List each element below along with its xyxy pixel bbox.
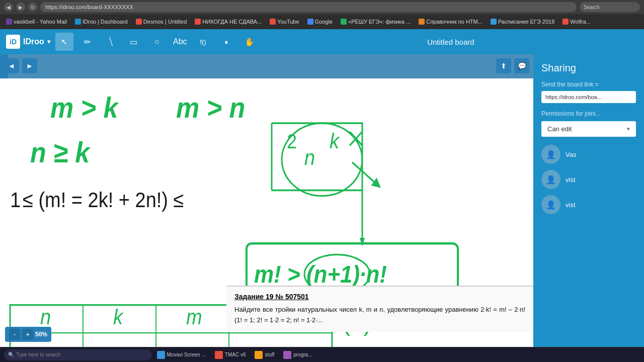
tmac-icon (215, 351, 223, 359)
rectangle-icon: ▭ (130, 37, 137, 47)
bookmark-desmos[interactable]: Desmos | Untitled (133, 18, 190, 26)
bookmark-reshu[interactable]: «РЕШУ ЕГЭ»: физика ... (338, 18, 414, 26)
tool-hand[interactable]: ✋ (240, 33, 259, 51)
can-edit-button[interactable]: Can edit ▾ (541, 121, 636, 137)
svg-text:1: 1 (10, 188, 21, 212)
tool-rectangle[interactable]: ▭ (125, 33, 143, 51)
avatar-icon: 👤 (546, 150, 556, 159)
bookmark-google[interactable]: Google (304, 18, 336, 26)
user-name-vist2: vist (566, 201, 576, 209)
bookmark-html[interactable]: Справочник по HTM... (416, 18, 486, 26)
avatar-icon: 👤 (546, 200, 556, 210)
bookmark-icon-ege (491, 19, 497, 25)
svg-text:k: k (330, 129, 340, 153)
sharing-link-url[interactable]: https://idroo.com/boa... (541, 91, 636, 103)
zoom-level: 50% (35, 331, 47, 338)
sharing-link-label: Send the board link = (541, 81, 636, 88)
user-item-vas: 👤 Vas (541, 145, 636, 164)
browser-search[interactable]: Search (580, 2, 640, 12)
zoom-controls: - + 50% (5, 327, 51, 342)
line-icon: ╱ (106, 38, 115, 46)
canvas-container[interactable]: ◄ ► ⬆ 💬 m > k m > n n ≥ k (0, 54, 533, 347)
collapse-icon: ◄ (8, 62, 15, 70)
user-avatar-vist1: 👤 (541, 170, 560, 189)
svg-text:2n!=y: 2n!=y (25, 346, 67, 347)
forward-button[interactable]: ▶ (16, 3, 25, 12)
bookmark-icon-google (307, 19, 313, 25)
bookmark-icon-idroo (75, 19, 81, 25)
svg-text:m! > (n+1)·n!: m! > (n+1)·n! (254, 260, 387, 288)
user-name-vas: Vas (566, 151, 576, 158)
share-icon: ⬆ (501, 62, 507, 70)
logo-dropdown-icon[interactable]: ▾ (47, 38, 50, 45)
svg-marker-16 (360, 238, 365, 246)
user-avatar-vas: 👤 (541, 145, 560, 164)
user-item-vist1: 👤 vist (541, 170, 636, 189)
tool-formula[interactable]: f() (194, 33, 212, 51)
pen-icon: ✏ (84, 37, 91, 47)
zoom-out-button[interactable]: - (9, 329, 20, 340)
svg-text:≤ (m! = 2k! + 2n!) ≤: ≤ (m! = 2k! + 2n!) ≤ (23, 188, 184, 212)
bookmark-icon-wolfram (562, 19, 569, 25)
can-edit-label: Can edit (547, 125, 572, 133)
chat-button[interactable]: 💬 (514, 58, 529, 73)
sharing-panel: Sharing Send the board link = https://id… (533, 54, 644, 347)
bookmarks-bar: vasikbell - Yahoo Mail IDroo | Dashboard… (0, 14, 644, 29)
bookmark-icon-yahoo (6, 19, 12, 25)
bookmark-idroo[interactable]: IDroo | Dashboard (72, 18, 131, 26)
bookmark-nikogda[interactable]: НИКОГДА НЕ СДАВА... (192, 18, 265, 26)
svg-text:m > n: m > n (176, 91, 245, 124)
user-name-vist1: vist (566, 176, 576, 184)
dropdown-arrow-icon: ▾ (627, 126, 630, 132)
permissions-label: Permissions for joini... (541, 110, 636, 117)
back-button[interactable]: ◀ (4, 3, 13, 12)
expand-icon: ► (26, 62, 33, 70)
tool-pen[interactable]: ✏ (78, 33, 97, 51)
tool-line[interactable]: ╱ (102, 33, 120, 51)
tool-select[interactable]: ↖ (55, 33, 73, 51)
svg-text:2: 2 (287, 130, 297, 152)
canvas-top-right: ⬆ 💬 (492, 54, 533, 77)
avatar-icon: 👤 (546, 175, 556, 185)
svg-text:k: k (113, 306, 124, 329)
idroo-logo: iD (6, 35, 20, 49)
progra-icon (283, 351, 291, 359)
ellipse-icon: ○ (154, 37, 159, 46)
bookmark-icon-reshu (341, 19, 347, 25)
bookmark-yahoo[interactable]: vasikbell - Yahoo Mail (3, 18, 70, 26)
tool-eraser[interactable]: ⬧ (217, 33, 235, 51)
expand-button[interactable]: ► (22, 58, 37, 73)
svg-text:m: m (186, 306, 202, 329)
taskbar-tmac[interactable]: TMAC v6 (211, 348, 250, 361)
tool-ellipse[interactable]: ○ (148, 33, 166, 51)
math-problem-text: Найдите все тройки натуральных чисел k, … (234, 305, 525, 326)
svg-text:n: n (40, 306, 51, 329)
bookmark-youtube[interactable]: YouTube (267, 18, 302, 26)
chat-icon: 💬 (518, 62, 526, 70)
taskbar-stuff[interactable]: stuff (251, 348, 278, 361)
user-avatar-vist2: 👤 (541, 195, 560, 214)
bookmark-icon-html (419, 19, 425, 25)
taskbar-movavi[interactable]: Movavi Screen ... (153, 348, 210, 361)
svg-line-12 (352, 162, 377, 185)
address-bar[interactable]: https://idroo.com/board-XXXXXXXX (40, 2, 577, 12)
main-area: ◄ ► ⬆ 💬 m > k m > n n ≥ k (0, 54, 644, 347)
hand-icon: ✋ (245, 37, 255, 47)
taskbar-search[interactable]: 🔍 Type here to search (4, 349, 152, 360)
share-button[interactable]: ⬆ (496, 58, 511, 73)
taskbar-progra[interactable]: progra... (279, 348, 316, 361)
math-problem-title: Задание 19 № 507501 (234, 293, 525, 301)
refresh-button[interactable]: ↻ (28, 3, 37, 12)
zoom-in-button[interactable]: + (22, 329, 33, 340)
collapse-button[interactable]: ◄ (4, 58, 19, 73)
svg-text:n: n (304, 146, 315, 170)
bookmark-ege[interactable]: Расписание ЕГЭ 2018 (488, 18, 557, 26)
tool-text[interactable]: Abc (171, 33, 189, 51)
bookmark-wolfram[interactable]: Wolfra... (559, 18, 594, 26)
logo-area[interactable]: iD IDroo ▾ (6, 35, 50, 49)
logo-text: IDroo (23, 37, 44, 46)
user-item-vist2: 👤 vist (541, 195, 636, 214)
app-toolbar: iD IDroo ▾ ↖ ✏ ╱ ▭ ○ Abc f() ⬧ ✋ Untitle… (0, 29, 644, 54)
taskbar: 🔍 Type here to search Movavi Screen ... … (0, 347, 644, 362)
movavi-icon (157, 351, 165, 359)
